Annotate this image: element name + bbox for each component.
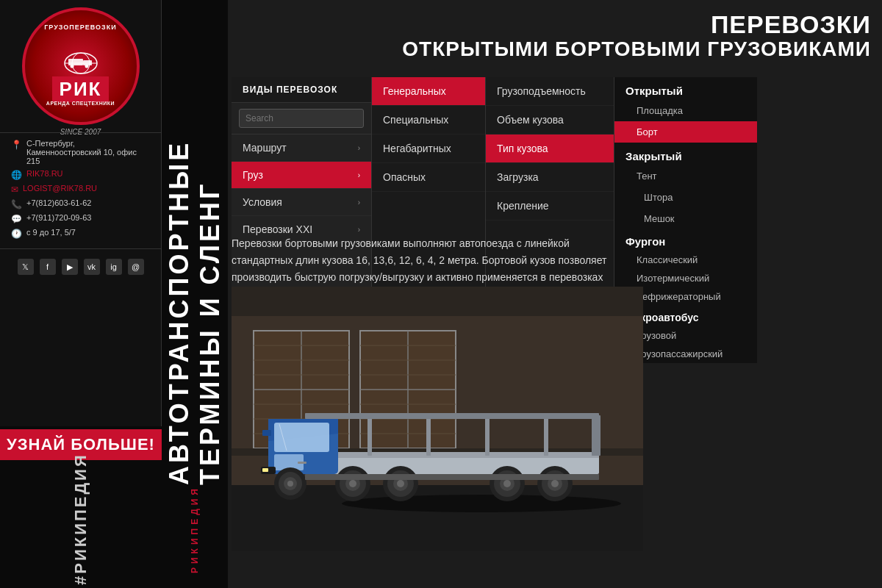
clock-icon: 🕐 — [11, 229, 22, 239]
arrow-right-icon-gruz: › — [358, 171, 360, 179]
page-title-line2: ОТКРЫТЫМИ БОРТОВЫМИ ГРУЗОВИКАМИ — [402, 38, 871, 61]
logo-top-text: ГРУЗОПЕРЕВОЗКИ — [25, 24, 137, 31]
submenu1-item-negab[interactable]: Негабаритных — [372, 135, 485, 163]
svg-rect-38 — [544, 415, 548, 456]
submenu2-item-gruzopodv[interactable]: Грузоподъемность — [486, 77, 614, 106]
email-item[interactable]: ✉ LOGIST@RIK78.RU — [11, 184, 150, 195]
logo-bottom-text: АРЕНДА СПЕЦТЕХНИКИ — [46, 101, 115, 106]
submenu3-item-bort[interactable]: Борт — [614, 121, 757, 143]
submenu2-item-obem[interactable]: Объем кузова — [486, 106, 614, 135]
cta-hashtag: #РИКИПЕДИЯ — [71, 467, 90, 585]
phone2-item[interactable]: 💬 +7(911)720-09-63 — [11, 213, 150, 224]
mail-icon[interactable]: @ — [128, 259, 144, 275]
svg-rect-40 — [592, 415, 600, 456]
phone1-item[interactable]: 📞 +7(812)603-61-62 — [11, 198, 150, 209]
page-header: ПЕРЕВОЗКИ ОТКРЫТЫМИ БОРТОВЫМИ ГРУЗОВИКАМ… — [402, 11, 871, 61]
instagram-icon[interactable]: ig — [106, 259, 122, 275]
svg-point-68 — [287, 481, 293, 487]
whatsapp-icon: 💬 — [11, 214, 22, 224]
submenu1-item-opas[interactable]: Опасных — [372, 163, 485, 192]
youtube-icon[interactable]: ▶ — [62, 259, 78, 275]
svg-point-31 — [342, 495, 621, 512]
svg-point-60 — [503, 480, 511, 487]
submenu3-group-otkrytiy: Открытый — [614, 77, 757, 100]
logo-brand: РИК — [52, 76, 110, 102]
truck-svg — [232, 287, 643, 551]
svg-rect-69 — [305, 474, 599, 480]
search-container — [232, 103, 371, 135]
address-text: С-Петербург, Каменноостровский 10, офис … — [26, 139, 150, 165]
svg-point-6 — [85, 65, 88, 68]
menu-item-usloviya-label: Условия — [243, 196, 282, 208]
logo-area: ГРУЗОПЕРЕВОЗКИ РИК АРЕНДА СПЕЦТЕХНИКИ SI… — [22, 7, 140, 125]
phone1-text: +7(812)603-61-62 — [26, 198, 91, 207]
address-item: 📍 С-Петербург, Каменноостровский 10, офи… — [11, 139, 150, 165]
svg-point-52 — [349, 480, 356, 487]
submenu3-group-furgon: Фургон — [614, 229, 757, 251]
globe-icon-small: 🌐 — [11, 170, 22, 180]
contacts-section: 📍 С-Петербург, Каменноостровский 10, офи… — [0, 132, 161, 249]
svg-rect-33 — [305, 452, 599, 458]
submenu3-group-zakrytiy: Закрытый — [614, 143, 757, 165]
submenu3-item-ploschadka[interactable]: Площадка — [614, 100, 757, 121]
hours-item: 🕐 с 9 до 17, 5/7 — [11, 228, 150, 239]
svg-rect-48 — [262, 430, 271, 436]
globe-icon — [62, 51, 99, 76]
vk-icon[interactable]: vk — [84, 259, 100, 275]
main-content: ПЕРЕВОЗКИ ОТКРЫТЫМИ БОРТОВЫМИ ГРУЗОВИКАМ… — [228, 0, 882, 588]
vertical-main-title: АВТОТРАНСПОРТНЫЕ ТЕРМИНЫ И СЛЕНГ — [164, 15, 226, 485]
svg-rect-36 — [426, 415, 431, 456]
svg-point-5 — [70, 65, 74, 68]
submenu2-item-tipkuzova[interactable]: Тип кузова — [486, 135, 614, 163]
hours-text: с 9 до 17, 5/7 — [26, 228, 76, 237]
submenu3-item-klassich[interactable]: Классический — [614, 251, 757, 269]
phone2-text: +7(911)720-09-63 — [26, 213, 91, 222]
truck-image-area — [232, 287, 643, 551]
submenu2-item-kreplenie[interactable]: Крепление — [486, 192, 614, 220]
arrow-right-icon-usloviya: › — [358, 198, 360, 207]
svg-rect-37 — [485, 415, 490, 456]
website-item[interactable]: 🌐 RIK78.RU — [11, 169, 150, 180]
svg-rect-44 — [274, 423, 329, 452]
svg-rect-71 — [262, 468, 268, 472]
email-icon: ✉ — [11, 184, 18, 195]
page-title-line1: ПЕРЕВОЗКИ — [402, 11, 871, 38]
menu-item-marshrut[interactable]: Маршрут › — [232, 135, 371, 162]
menu-item-marshrut-label: Маршрут — [243, 142, 287, 154]
search-input[interactable] — [239, 109, 364, 128]
svg-rect-3 — [68, 59, 83, 65]
svg-point-64 — [551, 480, 559, 487]
social-row: 𝕏 f ▶ vk ig @ — [7, 253, 155, 281]
logo-circle: ГРУЗОПЕРЕВОЗКИ РИК АРЕНДА СПЕЦТЕХНИКИ — [22, 7, 140, 125]
submenu2-item-zagruzka[interactable]: Загрузка — [486, 163, 614, 192]
vertical-band: АВТОТРАНСПОРТНЫЕ ТЕРМИНЫ И СЛЕНГ РИКИПЕД… — [162, 0, 228, 588]
menu-item-gruz[interactable]: Груз › — [232, 162, 371, 189]
submenu3-item-meshok[interactable]: Мешок — [614, 208, 757, 229]
email-link[interactable]: LOGIST@RIK78.RU — [23, 184, 97, 193]
submenu1-item-special[interactable]: Специальных — [372, 106, 485, 135]
svg-point-56 — [397, 480, 404, 487]
svg-rect-41 — [305, 413, 599, 419]
website-link[interactable]: RIK78.RU — [26, 169, 63, 178]
cta-section: УЗНАЙ БОЛЬШЕ! #РИКИПЕДИЯ — [0, 426, 162, 588]
location-icon: 📍 — [11, 140, 22, 150]
menu-item-gruz-label: Груз — [243, 169, 263, 181]
arrow-right-icon: › — [358, 144, 360, 152]
submenu3-item-izotherm[interactable]: Изотермический — [614, 269, 757, 287]
svg-rect-47 — [298, 462, 306, 464]
menu-title: ВИДЫ ПЕРЕВОЗОК — [232, 77, 371, 103]
twitter-icon[interactable]: 𝕏 — [18, 259, 34, 275]
submenu3-item-shtora[interactable]: Штора — [614, 187, 757, 208]
facebook-icon[interactable]: f — [40, 259, 56, 275]
submenu1-item-general[interactable]: Генеральных — [372, 77, 485, 106]
svg-rect-35 — [368, 415, 372, 456]
vertical-sub-title: РИКИПЕДИЯ — [190, 485, 200, 573]
menu-item-usloviya[interactable]: Условия › — [232, 189, 371, 216]
submenu3-item-tent[interactable]: Тент — [614, 165, 757, 187]
phone-icon: 📞 — [11, 199, 22, 209]
